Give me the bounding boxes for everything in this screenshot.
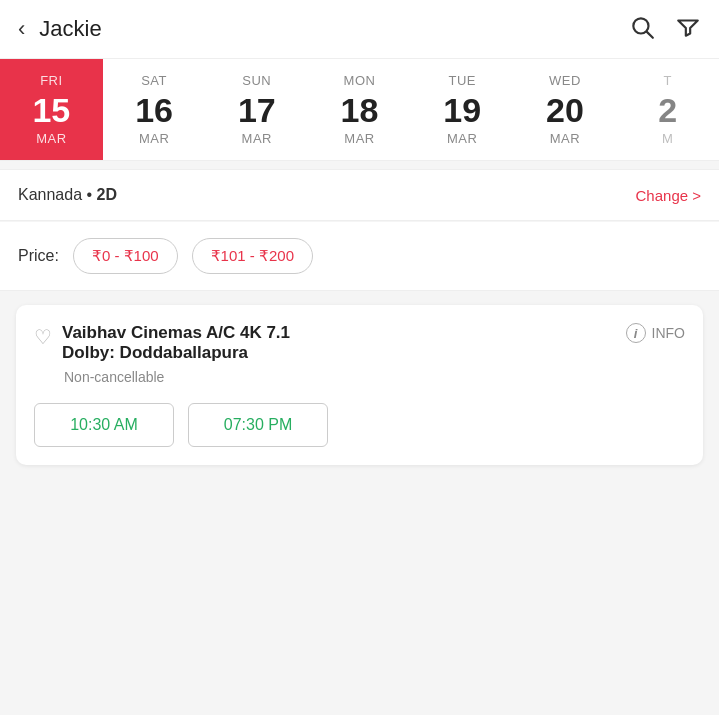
price-chip-101-200[interactable]: ₹101 - ₹200: [192, 238, 313, 274]
favorite-icon[interactable]: ♡: [34, 325, 52, 349]
date-picker: FRI 15 MAR SAT 16 MAR SUN 17 MAR MON 18 …: [0, 59, 719, 161]
info-label: INFO: [652, 325, 685, 341]
date-thu-21[interactable]: T 2 M: [616, 59, 719, 160]
filter-icon[interactable]: [675, 14, 701, 44]
cinema-sub: Non-cancellable: [64, 369, 685, 385]
date-fri-15[interactable]: FRI 15 MAR: [0, 59, 103, 160]
date-tue-19[interactable]: TUE 19 MAR: [411, 59, 514, 160]
date-mon-18[interactable]: MON 18 MAR: [308, 59, 411, 160]
cinema-name: Vaibhav Cinemas A/C 4K 7.1 Dolby: Doddab…: [62, 323, 290, 363]
showtime-0730pm[interactable]: 07:30 PM: [188, 403, 328, 447]
search-icon[interactable]: [629, 14, 655, 44]
showtimes: 10:30 AM 07:30 PM: [34, 403, 685, 447]
svg-marker-2: [678, 21, 698, 36]
price-label: Price:: [18, 247, 59, 265]
header-icons: [629, 14, 701, 44]
header: ‹ Jackie: [0, 0, 719, 59]
cinema-header: ♡ Vaibhav Cinemas A/C 4K 7.1 Dolby: Dodd…: [34, 323, 685, 363]
price-filter: Price: ₹0 - ₹100 ₹101 - ₹200: [0, 222, 719, 291]
cinema-info-button[interactable]: i INFO: [626, 323, 685, 343]
language-format: Kannada • 2D: [18, 186, 117, 204]
price-chip-0-100[interactable]: ₹0 - ₹100: [73, 238, 178, 274]
info-icon: i: [626, 323, 646, 343]
date-wed-20[interactable]: WED 20 MAR: [514, 59, 617, 160]
cinema-name-row: ♡ Vaibhav Cinemas A/C 4K 7.1 Dolby: Dodd…: [34, 323, 626, 363]
language-bar: Kannada • 2D Change >: [0, 169, 719, 221]
svg-line-1: [647, 32, 653, 38]
date-sun-17[interactable]: SUN 17 MAR: [205, 59, 308, 160]
cinema-card: ♡ Vaibhav Cinemas A/C 4K 7.1 Dolby: Dodd…: [16, 305, 703, 465]
showtime-1030am[interactable]: 10:30 AM: [34, 403, 174, 447]
date-sat-16[interactable]: SAT 16 MAR: [103, 59, 206, 160]
back-button[interactable]: ‹: [18, 16, 25, 42]
page-title: Jackie: [39, 16, 629, 42]
change-language-button[interactable]: Change >: [636, 187, 701, 204]
